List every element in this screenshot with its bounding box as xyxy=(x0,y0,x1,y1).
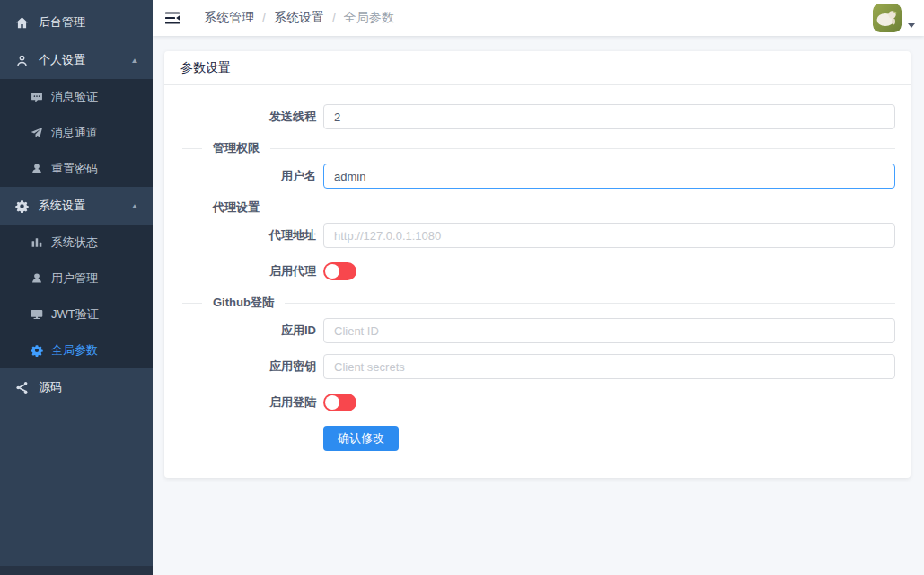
section-divider-label: 代理设置 xyxy=(213,199,260,216)
user-solid-icon xyxy=(31,272,43,285)
settings-card: 参数设置 发送线程管理权限用户名代理设置代理地址启用代理Github登陆应用ID… xyxy=(164,51,911,478)
field-label: 用户名 xyxy=(164,168,316,184)
form-row: 确认修改 xyxy=(164,426,895,451)
share-icon xyxy=(15,381,29,394)
form-row: 发送线程 xyxy=(164,104,895,129)
field-label: 应用ID xyxy=(164,323,316,339)
field-label: 发送线程 xyxy=(164,109,316,125)
sidebar-subitem[interactable]: 重置密码 xyxy=(0,151,153,187)
breadcrumb-item[interactable]: 系统设置 xyxy=(274,10,324,26)
sidebar-subitem-label: 重置密码 xyxy=(51,161,98,177)
field-label: 代理地址 xyxy=(164,227,316,243)
top-header: 系统管理/系统设置/全局参数 xyxy=(153,0,924,36)
sidebar-item-3[interactable]: 源码 xyxy=(0,368,153,406)
用户名-input[interactable] xyxy=(323,164,895,189)
form-row: 用户名 xyxy=(164,164,895,189)
breadcrumb-separator: / xyxy=(332,11,336,25)
submenu: 系统状态用户管理JWT验证全局参数 xyxy=(0,225,153,368)
sidebar-subitem[interactable]: 全局参数 xyxy=(0,332,153,368)
chevron-up-icon: ▲ xyxy=(130,57,139,65)
sidebar-item-label: 后台管理 xyxy=(39,14,85,31)
sidebar-subitem[interactable]: 用户管理 xyxy=(0,261,153,296)
form-row: 应用ID xyxy=(164,318,895,343)
caret-down-icon[interactable] xyxy=(908,23,915,28)
avatar[interactable] xyxy=(873,4,902,32)
monitor-icon xyxy=(31,308,43,321)
form-row: 启用代理 xyxy=(164,259,895,284)
sidebar-item-label: 系统设置 xyxy=(39,198,85,214)
form-row: 代理地址 xyxy=(164,223,895,248)
message-icon xyxy=(31,91,43,103)
confirm-button[interactable]: 确认修改 xyxy=(323,426,399,451)
section-divider: 代理设置 xyxy=(182,199,895,216)
代理地址-input[interactable] xyxy=(323,223,895,248)
submenu: 消息验证消息通道重置密码 xyxy=(0,79,153,187)
sidebar-subitem-label: 全局参数 xyxy=(51,342,98,358)
sidebar-subitem[interactable]: 消息验证 xyxy=(0,79,153,115)
breadcrumb: 系统管理/系统设置/全局参数 xyxy=(204,10,394,26)
user-outline-icon xyxy=(15,54,29,67)
field-label: 启用登陆 xyxy=(164,394,316,411)
sidebar-subitem-label: 用户管理 xyxy=(51,270,98,287)
section-divider-label: 管理权限 xyxy=(213,140,260,156)
breadcrumb-separator: / xyxy=(262,11,266,25)
sidebar-subitem-label: 系统状态 xyxy=(51,234,98,251)
sidebar-subitem[interactable]: 消息通道 xyxy=(0,115,153,151)
sidebar-subitem-label: 消息验证 xyxy=(51,89,98,105)
应用密钥-input[interactable] xyxy=(323,354,895,379)
chevron-up-icon: ▲ xyxy=(130,202,139,210)
sidebar-item-label: 源码 xyxy=(39,379,62,395)
main-content: 参数设置 发送线程管理权限用户名代理设置代理地址启用代理Github登陆应用ID… xyxy=(153,36,924,575)
toggle-knob xyxy=(325,395,339,410)
发送线程-input[interactable] xyxy=(323,104,895,129)
form-row: 启用登陆 xyxy=(164,390,895,415)
toggle-knob xyxy=(325,264,339,279)
sidebar-subitem-label: JWT验证 xyxy=(51,306,99,323)
breadcrumb-item[interactable]: 系统管理 xyxy=(204,10,254,26)
section-divider: Github登陆 xyxy=(182,295,895,311)
form-row: 应用密钥 xyxy=(164,354,895,379)
启用代理-toggle[interactable] xyxy=(323,262,356,280)
sidebar-item-label: 个人设置 xyxy=(39,52,85,68)
settings-form: 发送线程管理权限用户名代理设置代理地址启用代理Github登陆应用ID应用密钥启… xyxy=(164,85,911,478)
sidebar-subitem[interactable]: JWT验证 xyxy=(0,296,153,332)
section-divider-label: Github登陆 xyxy=(213,295,274,311)
sidebar-item-1[interactable]: 个人设置▲ xyxy=(0,41,153,79)
gear-icon xyxy=(15,199,29,213)
sidebar: 后台管理个人设置▲消息验证消息通道重置密码系统设置▲系统状态用户管理JWT验证全… xyxy=(0,0,153,575)
send-icon xyxy=(31,127,43,139)
user-solid-icon xyxy=(31,163,43,175)
breadcrumb-item: 全局参数 xyxy=(344,10,394,26)
sidebar-scrollbar[interactable] xyxy=(0,566,153,575)
gear-icon xyxy=(31,344,43,357)
应用ID-input[interactable] xyxy=(323,318,895,343)
sidebar-item-0[interactable]: 后台管理 xyxy=(0,4,153,41)
section-divider: 管理权限 xyxy=(182,140,895,156)
sidebar-subitem[interactable]: 系统状态 xyxy=(0,225,153,261)
home-icon xyxy=(15,16,29,30)
sidebar-subitem-label: 消息通道 xyxy=(51,125,98,141)
menu-fold-icon[interactable] xyxy=(163,9,181,27)
启用登陆-toggle[interactable] xyxy=(323,394,356,411)
card-title: 参数设置 xyxy=(164,51,911,85)
field-label: 启用代理 xyxy=(164,263,316,279)
bar-chart-icon xyxy=(31,236,43,249)
field-label: 应用密钥 xyxy=(164,358,316,375)
sidebar-item-2[interactable]: 系统设置▲ xyxy=(0,187,153,225)
